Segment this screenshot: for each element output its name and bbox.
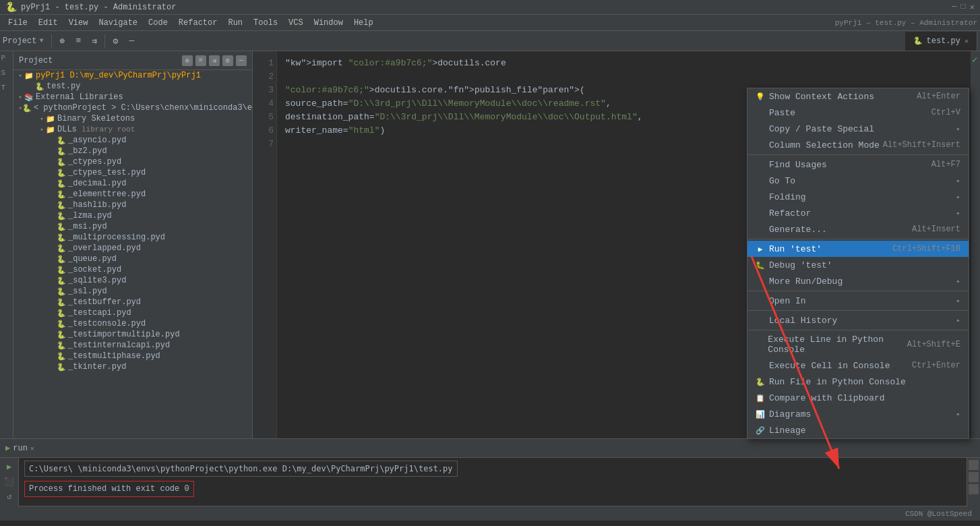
tree-item[interactable]: ▾🐍< pythonProject > C:\Users\chenx\minic… [13, 103, 252, 113]
scroll-up-button[interactable]: ≡ [71, 34, 86, 49]
close-panel-button[interactable]: — [124, 34, 139, 49]
window-controls[interactable]: ─ □ ✕ [952, 2, 975, 12]
tree-item[interactable]: 🐍_testconsole.pyd [13, 318, 252, 329]
context-menu-item[interactable]: Execute Line in Python ConsoleAlt+Shift+… [747, 332, 969, 357]
tree-item[interactable]: 🐍_hashlib.pyd [13, 200, 252, 210]
tree-expand-arrow[interactable]: ▾ [16, 94, 24, 101]
run-play-button[interactable]: ▶ [3, 461, 16, 473]
tree-expand-arrow[interactable]: ▾ [38, 115, 46, 123]
tree-item[interactable]: 🐍_queue.pyd [13, 254, 252, 264]
context-menu-item[interactable]: 📋Compare with Clipboard [747, 390, 969, 406]
tree-expand-arrow[interactable]: ▾ [16, 72, 24, 80]
menu-refactor[interactable]: Refactor [173, 17, 223, 29]
context-menu-item[interactable]: 🐛Debug 'test' [747, 257, 969, 273]
minimize-button[interactable]: ─ [952, 2, 956, 12]
context-menu-arrow-icon: ▸ [956, 316, 960, 324]
context-menu-item[interactable]: Copy / Paste Special▸ [747, 121, 969, 137]
editor-tab-test-py[interactable]: 🐍 test.py ✕ [905, 32, 977, 51]
context-menu-item[interactable]: PasteCtrl+V [747, 105, 969, 121]
tree-item[interactable]: 🐍_decimal.pyd [13, 178, 252, 189]
menu-run[interactable]: Run [222, 17, 248, 29]
settings-button[interactable]: ⚙ [108, 34, 123, 49]
sidebar-icon-1[interactable]: P [1, 54, 12, 65]
line-number: 1 [255, 57, 274, 70]
panel-action-add[interactable]: ⊕ [182, 55, 193, 66]
tab-close-button[interactable]: ✕ [964, 37, 969, 45]
sidebar-icon-2[interactable]: S [1, 69, 12, 80]
tree-item[interactable]: ▾📁DLLs library root [13, 124, 252, 135]
tree-item[interactable]: 🐍_tkinter.pyd [13, 361, 252, 372]
menu-navigate[interactable]: Navigate [93, 17, 143, 29]
tree-item[interactable]: 🐍_ctypes_test.pyd [13, 167, 252, 178]
tree-item[interactable]: ▾📁pyPrj1 D:\my_dev\PyCharmPrj\pyPrj1 [13, 70, 252, 81]
run-right-btn-2[interactable] [969, 472, 979, 482]
run-tab[interactable]: ▶ run ✕ [5, 443, 34, 453]
menu-file[interactable]: File [3, 17, 33, 29]
add-content-button[interactable]: ⊕ [55, 34, 69, 49]
run-tab-close[interactable]: ✕ [30, 444, 34, 452]
menu-view[interactable]: View [63, 17, 94, 29]
tree-item[interactable]: 🐍_lzma.pyd [13, 210, 252, 221]
tree-item-label: DLLs library root [57, 125, 135, 134]
panel-action-settings[interactable]: ⚙ [222, 55, 233, 66]
tree-item[interactable]: 🐍_socket.pyd [13, 264, 252, 275]
tree-item[interactable]: 🐍_ssl.pyd [13, 286, 252, 297]
context-menu-item[interactable]: Refactor▸ [747, 205, 969, 221]
menu-edit[interactable]: Edit [33, 17, 63, 29]
project-selector[interactable]: Project ▼ [3, 36, 43, 46]
tree-item[interactable]: 🐍_bz2.pyd [13, 146, 252, 156]
tree-item[interactable]: 🐍_testbuffer.pyd [13, 297, 252, 308]
context-menu-item[interactable]: 📊Diagrams▸ [747, 406, 969, 422]
tree-item[interactable]: 🐍_overlapped.pyd [13, 243, 252, 254]
tree-item[interactable]: 🐍_testinternalcapi.pyd [13, 340, 252, 351]
run-stop-button[interactable]: ⬛ [3, 475, 16, 488]
panel-action-collapse[interactable]: ⇉ [209, 55, 220, 66]
context-menu-item[interactable]: ▶Run 'test'Ctrl+Shift+F10 [747, 241, 969, 257]
tree-item[interactable]: 🐍_asyncio.pyd [13, 135, 252, 146]
context-menu-item[interactable]: Folding▸ [747, 189, 969, 205]
context-menu-item[interactable]: More Run/Debug▸ [747, 273, 969, 289]
menu-help[interactable]: Help [348, 17, 379, 29]
context-menu-item[interactable]: 🔗Lineage [747, 422, 969, 438]
context-menu-item[interactable]: 💡Show Context ActionsAlt+Enter [747, 88, 969, 105]
collapse-button[interactable]: ⇉ [87, 34, 102, 49]
menu-vcs[interactable]: VCS [283, 17, 309, 29]
tree-item[interactable]: 🐍_testcapi.pyd [13, 308, 252, 318]
context-menu-item[interactable]: Execute Cell in ConsoleCtrl+Enter [747, 357, 969, 374]
project-dropdown-icon[interactable]: ▼ [39, 37, 43, 45]
tree-item[interactable]: 🐍test.py [13, 81, 252, 92]
menu-tools[interactable]: Tools [248, 17, 283, 29]
tree-item[interactable]: 🐍_elementtree.pyd [13, 189, 252, 200]
tree-item-icon: 🐍 [57, 169, 66, 177]
tree-item[interactable]: 🐍_testimportmultiple.pyd [13, 329, 252, 340]
tree-item[interactable]: 🐍_msi.pyd [13, 221, 252, 232]
menu-code[interactable]: Code [143, 17, 173, 29]
tree-item[interactable]: 🐍_sqlite3.pyd [13, 275, 252, 286]
tree-item[interactable]: ▾📁Binary Skeletons [13, 113, 252, 124]
run-right-btn-1[interactable] [969, 460, 979, 470]
tree-item[interactable]: ▾📚External Libraries [13, 92, 252, 103]
code-line[interactable]: "kw">import "color:#a9b7c6;">docutils.co… [285, 57, 962, 70]
run-right-btn-3[interactable] [969, 484, 979, 494]
context-menu-item[interactable]: Local History▸ [747, 312, 969, 328]
context-menu-item[interactable]: Go To▸ [747, 173, 969, 189]
menu-window[interactable]: Window [309, 17, 348, 29]
tree-item[interactable]: 🐍_ctypes.pyd [13, 156, 252, 167]
context-menu-item-text: Refactor [769, 208, 811, 218]
context-menu-item[interactable]: Open In▸ [747, 293, 969, 309]
context-menu-item[interactable]: 🐍Run File in Python Console [747, 374, 969, 390]
context-menu-shortcut: Ctrl+V [931, 108, 960, 117]
close-button[interactable]: ✕ [970, 2, 975, 12]
context-menu-item[interactable]: Generate...Alt+Insert [747, 221, 969, 237]
tree-item[interactable]: 🐍_testmultiphase.pyd [13, 351, 252, 361]
code-line[interactable] [285, 70, 962, 84]
panel-action-list[interactable]: ≡ [195, 55, 206, 66]
run-rerun-button[interactable]: ↺ [3, 490, 16, 502]
tree-expand-arrow[interactable]: ▾ [38, 126, 46, 134]
tree-item[interactable]: 🐍_multiprocessing.pyd [13, 232, 252, 243]
panel-action-minimize[interactable]: — [236, 55, 247, 66]
context-menu-item[interactable]: Column Selection ModeAlt+Shift+Insert [747, 137, 969, 153]
sidebar-icon-3[interactable]: T [1, 84, 12, 94]
context-menu-item[interactable]: Find UsagesAlt+F7 [747, 156, 969, 173]
maximize-button[interactable]: □ [961, 2, 966, 12]
